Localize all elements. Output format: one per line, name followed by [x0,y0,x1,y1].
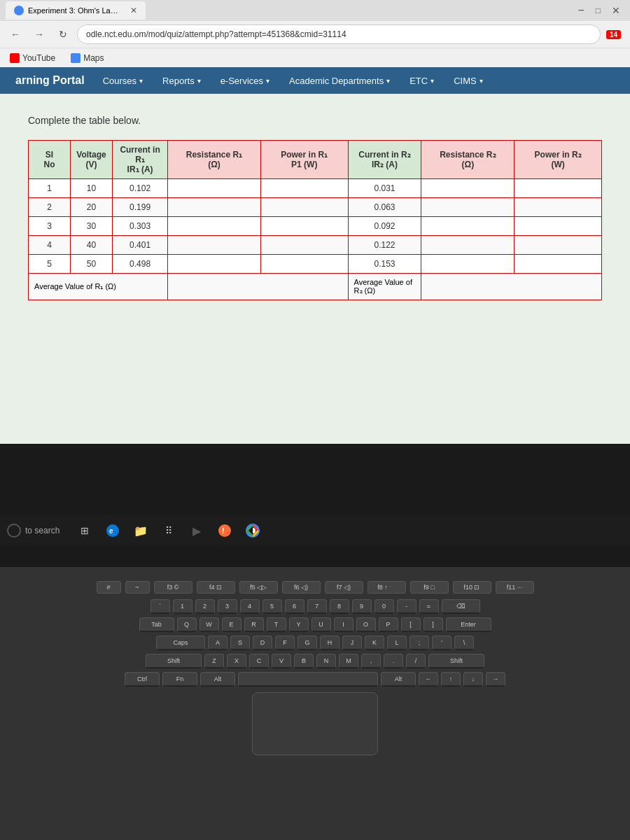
cell-row4-col6[interactable] [421,255,514,274]
input-row0-col3[interactable] [174,183,255,193]
input-row1-col4[interactable] [267,202,342,212]
cell-row1-col4[interactable] [260,198,348,217]
key-3[interactable]: 3 [218,599,237,614]
hash-key[interactable]: # [97,581,121,594]
key-e[interactable]: E [222,617,241,632]
nav-reports[interactable]: Reports ▾ [153,67,211,94]
input-row3-col4[interactable] [267,240,342,250]
key-minus[interactable]: - [397,599,416,614]
key-u[interactable]: U [312,617,331,632]
input-row3-col7[interactable] [520,240,596,250]
input-row1-col6[interactable] [427,202,508,212]
key-c[interactable]: C [249,654,269,668]
key-o[interactable]: O [356,617,376,632]
key-tab[interactable]: Tab [139,617,174,632]
key-right[interactable]: → [486,672,505,687]
key-p[interactable]: P [379,617,398,632]
avg-r2-value[interactable] [421,274,602,300]
input-row4-col6[interactable] [427,259,508,269]
input-row0-col6[interactable] [427,183,508,193]
key-4[interactable]: 4 [240,599,260,614]
key-rshift[interactable]: Shift [428,654,484,668]
key-s[interactable]: S [230,636,250,650]
nav-eservices[interactable]: e-Services ▾ [211,67,279,94]
tilde-key[interactable]: ~ [125,581,150,594]
nav-academic[interactable]: Academic Departments ▾ [279,67,400,94]
cell-row3-col3[interactable] [168,236,261,255]
key-semicolon[interactable]: ; [410,636,429,650]
key-ralt[interactable]: Alt [381,672,416,687]
f8-key[interactable]: f8 ↑◾ [368,581,406,594]
cell-row1-col6[interactable] [421,198,514,217]
cell-row2-col6[interactable] [421,217,514,236]
input-row2-col7[interactable] [520,221,596,231]
key-w[interactable]: W [200,617,219,632]
cell-row2-col4[interactable] [260,217,348,236]
key-space[interactable] [238,672,378,687]
forward-btn[interactable]: → [29,24,49,44]
key-5[interactable]: 5 [262,599,282,614]
touchpad[interactable] [252,692,378,755]
f5-key[interactable]: f5 ◁▷ [239,581,278,594]
cell-row0-col7[interactable] [514,179,602,198]
tab-close-btn[interactable]: ✕ [130,6,137,15]
key-backslash[interactable]: \ [454,636,474,650]
key-t[interactable]: T [267,617,286,632]
f4-key[interactable]: f4 ⊡ [197,581,235,594]
key-left[interactable]: ← [419,672,438,687]
nav-etc[interactable]: ETC ▾ [400,67,444,94]
back-btn[interactable]: ← [6,24,25,44]
close-btn[interactable]: ✕ [608,4,624,18]
key-y[interactable]: Y [289,617,309,632]
taskbar-camera-icon[interactable]: ▶ [184,518,209,543]
f3-key[interactable]: f3 © [154,581,192,594]
taskbar-apps-icon[interactable]: ⠿ [156,518,181,543]
key-8[interactable]: 8 [330,599,349,614]
input-row2-col4[interactable] [267,221,342,231]
f11-key[interactable]: f11 ··· [496,581,534,594]
avg-r1-input[interactable] [174,282,342,292]
cell-row0-col3[interactable] [168,179,261,198]
key-d[interactable]: D [253,636,272,650]
address-bar[interactable]: odle.nct.edu.om/mod/quiz/attempt.php?att… [77,24,601,44]
key-fn[interactable]: Fn [162,672,197,687]
key-x[interactable]: X [227,654,246,668]
cell-row1-col7[interactable] [514,198,602,217]
key-z[interactable]: Z [204,654,224,668]
key-f[interactable]: F [275,636,295,650]
key-b[interactable]: B [294,654,314,668]
nav-courses[interactable]: Courses ▾ [93,67,153,94]
cell-row0-col6[interactable] [421,179,514,198]
cell-row2-col3[interactable] [168,217,261,236]
key-j[interactable]: J [342,636,362,650]
key-r[interactable]: R [244,617,264,632]
key-equals[interactable]: = [419,599,439,614]
taskbar-shield-icon[interactable]: ! [212,518,237,543]
cell-row3-col4[interactable] [260,236,348,255]
key-7[interactable]: 7 [307,599,327,614]
key-m[interactable]: M [339,654,358,668]
minimize-btn[interactable]: − [573,3,588,18]
key-a[interactable]: A [208,636,227,650]
cell-row0-col4[interactable] [260,179,348,198]
key-capslock[interactable]: Caps [156,636,205,650]
cell-row3-col7[interactable] [514,236,602,255]
maximize-btn[interactable]: □ [592,4,605,17]
key-0[interactable]: 0 [374,599,394,614]
key-lbracket[interactable]: [ [401,617,421,632]
nav-cims[interactable]: CIMS ▾ [444,67,493,94]
key-comma[interactable]: , [361,654,381,668]
input-row4-col4[interactable] [267,259,342,269]
key-rbracket[interactable]: ] [424,617,443,632]
cell-row1-col3[interactable] [168,198,261,217]
input-row4-col7[interactable] [520,259,596,269]
key-k[interactable]: K [365,636,384,650]
cell-row4-col4[interactable] [260,255,348,274]
key-period[interactable]: . [384,654,403,668]
key-backspace[interactable]: ⌫ [442,599,480,614]
key-6[interactable]: 6 [285,599,304,614]
cell-row4-col3[interactable] [168,255,261,274]
key-ctrl[interactable]: Ctrl [125,672,160,687]
key-q[interactable]: Q [177,617,197,632]
key-lshift[interactable]: Shift [146,654,202,668]
